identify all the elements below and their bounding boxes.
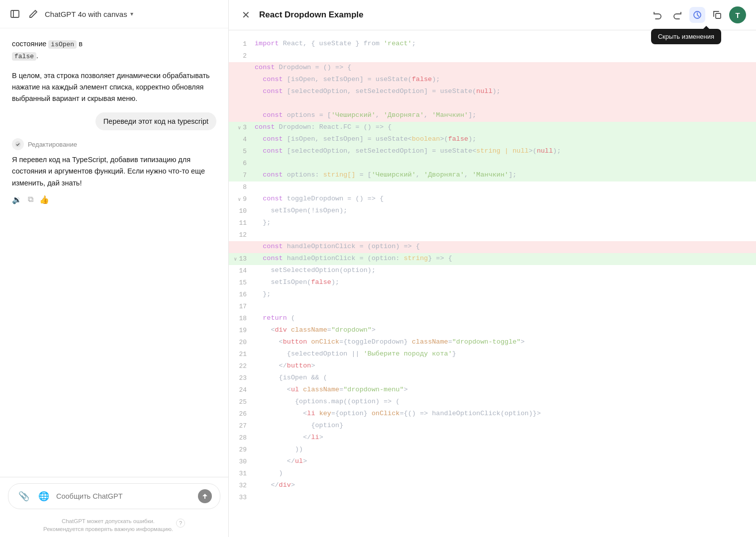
assistant-block-1: Редактирование Я перевел код на TypeScri…	[12, 138, 216, 204]
globe-button[interactable]: 🌐	[36, 489, 51, 504]
user-message-1: Переведи этот код на typescript	[95, 112, 216, 130]
code-line: const [isOpen, setIsOpen] = useState(fal…	[229, 74, 756, 86]
user-avatar[interactable]: T	[729, 6, 746, 23]
code-line: 22 </button>	[229, 360, 756, 372]
line-number: 30	[229, 456, 255, 468]
attach-button[interactable]: 📎	[16, 489, 31, 504]
code-content: };	[255, 217, 756, 229]
code-content	[255, 50, 756, 62]
chat-title: ChatGPT 4o with canvas ▾	[45, 10, 133, 18]
thumbs-up-icon[interactable]: 👍	[39, 195, 49, 204]
code-line: 6	[229, 158, 756, 170]
code-line: 29 ))	[229, 444, 756, 456]
code-content: const options = ['Чеширский', 'Дворняга'…	[255, 110, 756, 122]
help-button[interactable]: ?	[176, 519, 185, 528]
chat-input-wrapper: 📎 🌐	[8, 483, 220, 509]
volume-icon[interactable]: 🔉	[12, 195, 22, 204]
line-number: 29	[229, 444, 255, 456]
code-content: const toggleDropdown = () => {	[255, 193, 756, 205]
code-content	[255, 181, 756, 193]
code-line: 23 {isOpen && (	[229, 372, 756, 384]
code-line: 27 {option}	[229, 420, 756, 432]
chat-input[interactable]	[56, 492, 193, 500]
line-number: 21	[229, 349, 255, 360]
line-number: 27	[229, 420, 255, 432]
line-number	[229, 110, 255, 122]
history-button[interactable]	[689, 7, 705, 23]
code-content	[255, 301, 756, 313]
svg-point-2	[15, 141, 21, 147]
copy-icon[interactable]: ⧉	[28, 195, 33, 204]
code-content: {option}	[255, 420, 756, 432]
code-content: const handleOptionClick = (option) => {	[255, 241, 756, 253]
code-line: 12	[229, 229, 756, 241]
code-content: {options.map((option) => (	[255, 396, 756, 408]
code-content: </button>	[255, 360, 756, 372]
right-header: ✕ React Dropdown Example	[229, 0, 756, 30]
code-line: 11 };	[229, 217, 756, 229]
action-icons: 🔉 ⧉ 👍	[12, 195, 216, 204]
redo-button[interactable]	[669, 7, 685, 23]
line-number: 19	[229, 325, 255, 337]
tooltip-hide-changes: Скрыть изменения	[651, 29, 721, 44]
code-line: 20 <button onClick={toggleDropdown} clas…	[229, 337, 756, 349]
code-content: setIsOpen(false);	[255, 277, 756, 289]
line-number: 18	[229, 313, 255, 325]
code-content: return (	[255, 313, 756, 325]
line-number: 12	[229, 229, 255, 241]
line-number: 31	[229, 468, 255, 480]
assistant-label: Редактирование	[28, 141, 77, 148]
line-number: 6	[229, 158, 255, 170]
copy-canvas-button[interactable]	[709, 7, 725, 23]
code-content: const [isOpen, setIsOpen] = useState(fal…	[255, 74, 756, 86]
close-button[interactable]: ✕	[239, 6, 253, 24]
code-content: {isOpen && (	[255, 372, 756, 384]
line-number: 20	[229, 337, 255, 349]
code-content: };	[255, 289, 756, 301]
right-panel: ✕ React Dropdown Example	[229, 0, 756, 537]
assistant-message-1: состояние isOpen в false.	[12, 38, 216, 62]
code-content: </ul>	[255, 456, 756, 468]
code-line: ∨13 const handleOptionClick = (option: s…	[229, 253, 756, 265]
code-content: )	[255, 468, 756, 480]
code-content: const [isOpen, setIsOpen] = useState<boo…	[255, 134, 756, 146]
code-content: setSelectedOption(option);	[255, 265, 756, 277]
code-content: <div className="dropdown">	[255, 325, 756, 337]
line-number: 2	[229, 50, 255, 62]
code-content	[255, 492, 756, 504]
code-content: ))	[255, 444, 756, 456]
code-line: ∨9 const toggleDropdown = () => {	[229, 193, 756, 205]
canvas-title: React Dropdown Example	[259, 10, 644, 20]
code-line: 26 <li key={option} onClick={() => handl…	[229, 408, 756, 420]
code-content: <li key={option} onClick={() => handleOp…	[255, 408, 756, 420]
code-content: <button onClick={toggleDropdown} classNa…	[255, 337, 756, 349]
code-line: 25 {options.map((option) => (	[229, 396, 756, 408]
chat-input-area: 📎 🌐 ChatGPT может допускать ошибки.Реком…	[0, 477, 228, 537]
code-content	[255, 98, 756, 110]
code-line: const [selectedOption, setSelectedOption…	[229, 86, 756, 98]
code-line: const Dropdown = () => {	[229, 62, 756, 74]
edit-button[interactable]	[27, 7, 40, 20]
code-line: 14 setSelectedOption(option);	[229, 265, 756, 277]
line-number: 23	[229, 372, 255, 384]
sidebar-toggle-button[interactable]	[8, 7, 22, 21]
code-line: 16 };	[229, 289, 756, 301]
send-button[interactable]	[198, 489, 212, 503]
line-number: 26	[229, 408, 255, 420]
line-number: 10	[229, 205, 255, 217]
left-panel: ChatGPT 4o with canvas ▾ состояние isOpe…	[0, 0, 229, 537]
inline-code-false: false	[12, 52, 36, 61]
inline-code-isopen: isOpen	[48, 40, 77, 49]
line-number	[229, 74, 255, 86]
line-number: 1	[229, 38, 255, 50]
undo-button[interactable]	[650, 7, 665, 23]
code-content: const handleOptionClick = (option: strin…	[255, 253, 756, 265]
code-line: 19 <div className="dropdown">	[229, 325, 756, 337]
line-number: 4	[229, 134, 255, 146]
code-content: </li>	[255, 432, 756, 444]
line-number	[229, 98, 255, 110]
code-line: 7 const options: string[] = ['Чеширский'…	[229, 170, 756, 181]
line-number: 5	[229, 146, 255, 158]
code-line: 21 {selectedOption || 'Выберите породу к…	[229, 349, 756, 360]
line-number: 24	[229, 384, 255, 396]
